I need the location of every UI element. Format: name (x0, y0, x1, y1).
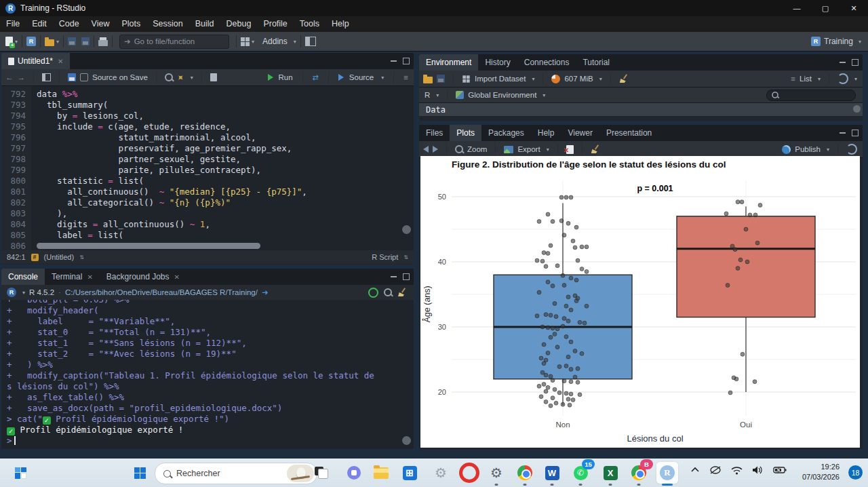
menu-file[interactable]: File (0, 16, 26, 32)
minimize-pane-icon[interactable] (391, 60, 397, 62)
search-console-icon[interactable] (384, 288, 392, 296)
minimize-pane-icon[interactable] (840, 62, 846, 63)
start-icon[interactable] (129, 462, 151, 484)
open-file-icon[interactable] (45, 37, 54, 46)
battery-icon[interactable] (773, 466, 787, 474)
chrome-icon[interactable] (514, 462, 536, 484)
working-directory[interactable]: C:/Users/bihor/OneDrive/Bureau/BAGAGES R… (65, 288, 258, 296)
clear-environment-icon[interactable] (619, 74, 629, 83)
project-menu[interactable]: R Training ▾ (811, 37, 861, 46)
file-type-label[interactable]: R Script (372, 253, 398, 261)
eye-off-icon[interactable] (709, 465, 722, 475)
editor-scrollbar[interactable] (402, 225, 411, 234)
menu-session[interactable]: Session (146, 16, 189, 32)
new-file-icon[interactable]: + (5, 37, 13, 46)
find-replace-icon[interactable] (165, 73, 173, 81)
minimize-pane-icon[interactable] (391, 276, 397, 277)
environment-scrollbar[interactable] (853, 105, 861, 113)
notification-count-badge[interactable]: 18 (848, 465, 863, 480)
close-tab-icon[interactable]: ✕ (174, 273, 180, 281)
excel-icon[interactable]: X (599, 462, 621, 484)
maximize-pane-icon[interactable] (852, 130, 859, 136)
menu-plots[interactable]: Plots (115, 16, 146, 32)
workspace-panes-icon[interactable] (241, 37, 250, 46)
store-icon[interactable]: ⊞ (399, 462, 420, 484)
load-workspace-icon[interactable] (423, 75, 433, 83)
memory-usage-label[interactable]: 607 MiB (564, 75, 593, 83)
tab-tutorial[interactable]: Tutorial (576, 54, 616, 71)
zoom-plot-button[interactable]: Zoom (467, 145, 487, 153)
save-icon[interactable] (68, 37, 76, 45)
print-icon[interactable] (98, 37, 108, 46)
taskbar-clock[interactable]: 19:26 07/03/2026 (802, 462, 840, 482)
save-workspace-icon[interactable] (437, 75, 445, 83)
import-dataset-button[interactable]: Import Dataset (475, 75, 526, 83)
refresh-environment-icon[interactable] (837, 73, 848, 84)
rerun-icon[interactable]: ⇄ (313, 73, 319, 82)
pane-layout-icon[interactable] (305, 37, 316, 46)
tab-console[interactable]: Console (1, 269, 45, 285)
chevron-up-icon[interactable] (690, 466, 700, 474)
scope-label[interactable]: (Untitled) (44, 253, 75, 261)
view-mode-label[interactable]: List (800, 75, 812, 83)
code-tools-icon[interactable]: ✦ (174, 71, 186, 83)
forward-icon[interactable]: → (18, 73, 26, 81)
menu-debug[interactable]: Debug (220, 16, 258, 32)
menu-tools[interactable]: Tools (294, 16, 326, 32)
console-scrollbar[interactable] (402, 436, 411, 445)
goto-directory-icon[interactable]: ➜ (262, 288, 269, 297)
widgets-icon[interactable] (9, 462, 31, 484)
close-tab-icon[interactable]: ✕ (87, 273, 92, 281)
save-source-icon[interactable] (68, 73, 76, 81)
menu-profile[interactable]: Profile (257, 16, 293, 32)
new-project-icon[interactable]: R (26, 37, 36, 46)
menu-edit[interactable]: Edit (26, 16, 53, 32)
maximize-pane-icon[interactable] (852, 59, 859, 66)
next-plot-icon[interactable] (433, 146, 438, 153)
menu-build[interactable]: Build (189, 16, 220, 32)
menu-view[interactable]: View (85, 16, 116, 32)
publish-button[interactable]: Publish (795, 145, 821, 153)
tab-help[interactable]: Help (531, 125, 561, 141)
gears-icon[interactable]: ⚙ (430, 462, 452, 484)
close-button[interactable]: ✕ (840, 0, 868, 16)
source-button[interactable]: Source (349, 73, 374, 81)
goto-file-input[interactable]: ➜ Go to file/function (119, 35, 229, 49)
tab-history[interactable]: History (478, 54, 517, 71)
opera-icon[interactable] (458, 462, 480, 484)
word-icon[interactable]: W (541, 462, 563, 484)
save-all-icon[interactable] (81, 37, 90, 45)
chrome-b-icon[interactable]: B (628, 462, 650, 484)
environment-scope-selector[interactable]: Global Environment (468, 91, 536, 99)
document-outline-icon[interactable]: ≡ (403, 73, 408, 81)
compile-report-icon[interactable] (210, 73, 217, 81)
tab-packages[interactable]: Packages (481, 125, 531, 141)
language-selector[interactable]: R (425, 91, 430, 99)
rstudio-icon[interactable]: R (656, 462, 678, 484)
clear-console-icon[interactable] (397, 288, 407, 297)
remove-plot-icon[interactable] (566, 145, 574, 154)
previous-plot-icon[interactable] (423, 146, 429, 153)
open-in-window-icon[interactable] (42, 73, 51, 81)
console-output[interactable]: + bold_p(t = 0.05) %>%+ modify_header(+ … (1, 300, 414, 449)
code-editor[interactable]: 7927937947957967977987998008018028038048… (1, 86, 414, 250)
minimize-button[interactable]: — (783, 0, 811, 16)
clear-plots-icon[interactable] (591, 144, 600, 154)
menu-code[interactable]: Code (53, 16, 85, 32)
environment-data-section[interactable]: Data (419, 103, 863, 116)
file-explorer-icon[interactable] (370, 462, 392, 484)
addins-menu[interactable]: Addins (262, 37, 288, 46)
chat-icon[interactable] (343, 462, 365, 484)
run-button[interactable]: Run (279, 73, 293, 81)
tab-terminal[interactable]: Terminal✕ (45, 269, 100, 285)
tab-environment[interactable]: Environment (419, 54, 478, 71)
horizontal-scrollbar[interactable] (37, 243, 260, 249)
back-icon[interactable]: ← (5, 73, 14, 81)
tab-presentation[interactable]: Presentation (599, 125, 658, 141)
tab-connections[interactable]: Connections (517, 54, 576, 71)
volume-icon[interactable] (752, 465, 764, 475)
minimize-pane-icon[interactable] (840, 132, 846, 134)
maximize-pane-icon[interactable] (403, 58, 410, 64)
taskbar-search-input[interactable]: Rechercher (155, 463, 317, 484)
restore-button[interactable]: ▢ (811, 0, 840, 16)
